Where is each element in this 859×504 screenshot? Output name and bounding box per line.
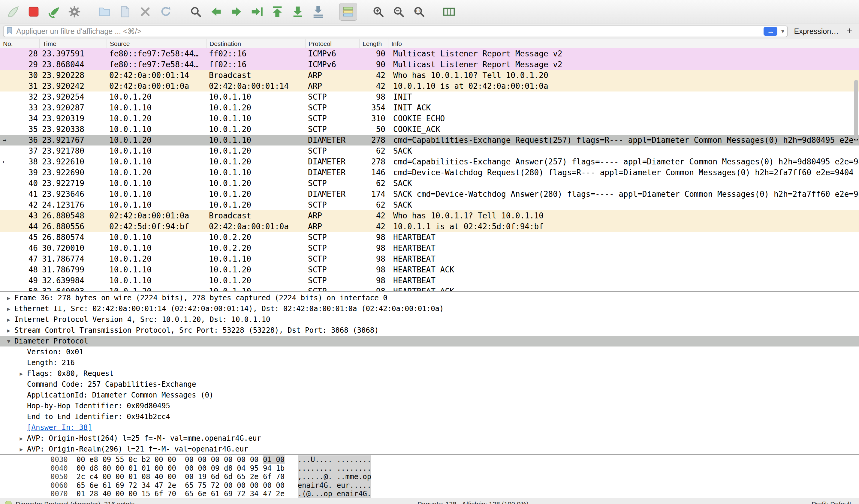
stop-capture-button[interactable] xyxy=(25,3,43,21)
packet-row[interactable]: 28 23.397591 fe80::fe97:7e58:44… ff02::1… xyxy=(0,48,859,59)
zoom-original-icon: 1:1 xyxy=(412,5,426,19)
display-filter-input[interactable] xyxy=(16,27,761,36)
detail-line[interactable]: Version: 0x01 xyxy=(0,347,859,357)
restart-capture-button[interactable] xyxy=(45,3,63,21)
column-header-no[interactable]: No. xyxy=(0,39,40,48)
detail-line[interactable]: ▶ Internet Protocol Version 4, Src: 10.0… xyxy=(0,314,859,325)
detail-line[interactable]: Hop-by-Hop Identifier: 0x09d80495 xyxy=(0,400,859,411)
packet-row[interactable]: 43 26.880548 02:42:0a:00:01:0a Broadcast… xyxy=(0,210,859,221)
packet-destination: 10.0.1.20 xyxy=(207,189,305,199)
packet-row[interactable]: 49 32.639984 10.0.1.10 10.0.1.20 SCTP 98… xyxy=(0,275,859,286)
detail-line[interactable]: ▶ Flags: 0x80, Request xyxy=(0,368,859,379)
packet-row[interactable]: ← 38 23.922610 10.0.1.10 10.0.1.20 DIAME… xyxy=(0,156,859,167)
detail-line[interactable]: ▶ AVP: Origin-Host(264) l=25 f=-M- val=m… xyxy=(0,433,859,444)
detail-line[interactable]: ▶ Stream Control Transmission Protocol, … xyxy=(0,325,859,336)
expand-toggle-icon[interactable]: ▼ xyxy=(3,338,14,345)
start-capture-button[interactable] xyxy=(4,3,22,21)
column-header-info[interactable]: Info xyxy=(388,39,859,48)
bookmark-icon[interactable] xyxy=(5,26,14,36)
go-back-button[interactable] xyxy=(207,3,225,21)
close-file-button[interactable] xyxy=(136,3,154,21)
packet-row[interactable]: 39 23.922690 10.0.1.20 10.0.1.10 DIAMETE… xyxy=(0,167,859,178)
expand-toggle-icon[interactable]: ▶ xyxy=(16,435,27,442)
packet-list-scrollbar[interactable] xyxy=(854,80,858,140)
go-forward-button[interactable] xyxy=(227,3,245,21)
apply-filter-button[interactable]: → xyxy=(764,27,778,36)
detail-line[interactable]: End-to-End Identifier: 0x941b2cc4 xyxy=(0,411,859,422)
packet-row[interactable]: 29 23.868044 fe80::fe97:7e58:44… ff02::1… xyxy=(0,59,859,70)
expand-toggle-icon[interactable]: ▶ xyxy=(16,370,27,377)
packet-row[interactable]: 45 26.880574 10.0.1.10 10.0.2.20 SCTP 98… xyxy=(0,232,859,243)
zoom-original-button[interactable]: 1:1 xyxy=(410,3,428,21)
find-packet-button[interactable] xyxy=(187,3,205,21)
column-header-time[interactable]: Time xyxy=(40,39,107,48)
hex-row[interactable]: 0030 00 e8 09 55 0c b2 00 00 00 00 00 00… xyxy=(50,455,859,464)
expression-button[interactable]: Expression… xyxy=(792,27,840,36)
packet-row[interactable]: 40 23.922719 10.0.1.10 10.0.1.20 SCTP 62… xyxy=(0,178,859,189)
packet-row[interactable]: 47 31.786774 10.0.1.20 10.0.1.10 SCTP 98… xyxy=(0,254,859,264)
detail-line[interactable]: [Answer In: 38] xyxy=(0,422,859,433)
colorize-packets-button[interactable] xyxy=(339,3,357,21)
zoom-out-button[interactable] xyxy=(390,3,408,21)
packet-bytes: 0030 00 e8 09 55 0c b2 00 00 00 00 00 00… xyxy=(0,454,859,498)
status-profile[interactable]: Profil: Default xyxy=(812,500,854,504)
go-to-packet-button[interactable] xyxy=(248,3,266,21)
go-first-packet-button[interactable] xyxy=(268,3,286,21)
detail-line[interactable]: ▶ Ethernet II, Src: 02:42:0a:00:01:14 (0… xyxy=(0,303,859,314)
capture-options-button[interactable] xyxy=(65,3,84,21)
detail-line[interactable]: ▶ Frame 36: 278 bytes on wire (2224 bits… xyxy=(0,292,859,303)
detail-text: [Answer In: 38] xyxy=(27,423,92,432)
packet-no: 40 xyxy=(9,179,40,188)
packet-list: 28 23.397591 fe80::fe97:7e58:44… ff02::1… xyxy=(0,48,859,291)
save-file-button[interactable] xyxy=(116,3,134,21)
packet-row[interactable]: 50 32.640003 10.0.1.20 10.0.1.10 SCTP 98… xyxy=(0,286,859,291)
detail-line[interactable]: Command Code: 257 Capabilities-Exchange xyxy=(0,379,859,390)
packet-row[interactable]: 30 23.920228 02:42:0a:00:01:14 Broadcast… xyxy=(0,70,859,81)
packet-row[interactable]: → 36 23.921767 10.0.1.20 10.0.1.10 DIAME… xyxy=(0,135,859,146)
packet-info: SACK xyxy=(388,200,859,209)
expand-toggle-icon[interactable]: ▶ xyxy=(3,295,14,301)
resize-columns-button[interactable] xyxy=(440,3,458,21)
column-header-protocol[interactable]: Protocol xyxy=(305,39,360,48)
display-filter-field[interactable]: → ▾ xyxy=(3,26,788,37)
detail-line[interactable]: ▼ Diameter Protocol xyxy=(0,336,859,347)
column-header-destination[interactable]: Destination xyxy=(207,39,305,48)
packet-no: 49 xyxy=(9,276,40,285)
packet-row[interactable]: 35 23.920338 10.0.1.10 10.0.1.20 SCTP 50… xyxy=(0,124,859,135)
column-header-source[interactable]: Source xyxy=(107,39,207,48)
packet-row[interactable]: 41 23.923646 10.0.1.10 10.0.1.20 DIAMETE… xyxy=(0,189,859,199)
expand-toggle-icon[interactable]: ▶ xyxy=(3,306,14,312)
packet-row[interactable]: 32 23.920254 10.0.1.20 10.0.1.10 SCTP 98… xyxy=(0,92,859,102)
packet-row[interactable]: 31 23.920242 02:42:0a:00:01:0a 02:42:0a:… xyxy=(0,81,859,92)
filter-dropdown-caret-icon[interactable]: ▾ xyxy=(780,27,785,35)
expand-toggle-icon[interactable]: ▶ xyxy=(3,327,14,334)
hex-row[interactable]: 0040 00 d8 80 00 01 01 00 00 00 00 09 d8… xyxy=(50,464,859,473)
packet-row[interactable]: 34 23.920319 10.0.1.20 10.0.1.10 SCTP 31… xyxy=(0,113,859,124)
packet-row[interactable]: 48 31.786799 10.0.1.10 10.0.1.20 SCTP 98… xyxy=(0,264,859,275)
packet-info: 10.0.1.1 is at 02:42:5d:0f:94:bf xyxy=(388,222,859,231)
packet-row[interactable]: 42 24.123176 10.0.1.10 10.0.1.20 SCTP 62… xyxy=(0,199,859,210)
auto-scroll-button[interactable] xyxy=(309,3,327,21)
hex-row[interactable]: 0060 65 6e 61 69 72 34 47 2e 65 75 72 00… xyxy=(50,481,859,490)
expert-info-icon[interactable] xyxy=(5,501,12,504)
open-file-button[interactable] xyxy=(95,3,114,21)
expand-toggle-icon[interactable]: ▶ xyxy=(3,317,14,323)
packet-protocol: SCTP xyxy=(305,255,360,263)
column-header-length[interactable]: Length xyxy=(360,39,388,48)
packet-length: 98 xyxy=(360,265,388,274)
packet-source: 10.0.1.20 xyxy=(107,92,207,102)
hex-row[interactable]: 0070 01 28 40 00 00 15 6f 70 65 6e 61 69… xyxy=(50,490,859,498)
packet-row[interactable]: 37 23.921780 10.0.1.10 10.0.1.20 SCTP 62… xyxy=(0,146,859,156)
packet-row[interactable]: 44 26.880556 02:42:5d:0f:94:bf 02:42:0a:… xyxy=(0,221,859,232)
zoom-in-button[interactable] xyxy=(369,3,387,21)
go-last-packet-button[interactable] xyxy=(289,3,307,21)
hex-row[interactable]: 0050 2c c4 00 00 01 08 40 00 00 19 6d 6d… xyxy=(50,473,859,481)
add-filter-button[interactable]: + xyxy=(845,25,856,38)
packet-row[interactable]: 33 23.920287 10.0.1.10 10.0.1.20 SCTP 35… xyxy=(0,102,859,113)
detail-line[interactable]: Length: 216 xyxy=(0,357,859,368)
detail-line[interactable]: ApplicationId: Diameter Common Messages … xyxy=(0,390,859,400)
reload-file-button[interactable] xyxy=(157,3,175,21)
expand-toggle-icon[interactable]: ▶ xyxy=(16,446,27,453)
packet-row[interactable]: 46 30.720010 10.0.1.10 10.0.2.20 SCTP 98… xyxy=(0,243,859,254)
detail-line[interactable]: ▶ AVP: Origin-Realm(296) l=21 f=-M- val=… xyxy=(0,444,859,454)
